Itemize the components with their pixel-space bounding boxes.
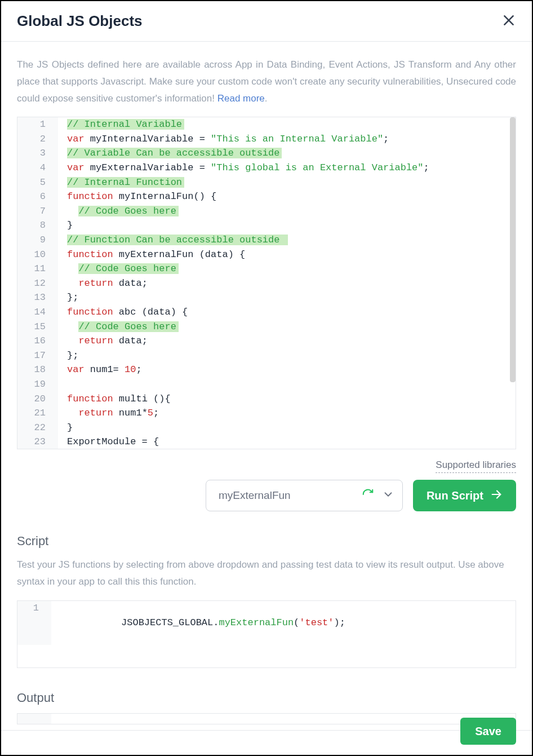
description-period: . xyxy=(265,93,268,104)
code-token: "This global is an External Variable" xyxy=(211,162,423,173)
gutter: 18 xyxy=(17,362,58,377)
code-token: myInternalVariable = xyxy=(85,134,211,144)
run-script-button[interactable]: Run Script xyxy=(413,480,516,511)
arrow-right-icon xyxy=(490,488,503,503)
code-token: ; xyxy=(153,408,159,418)
code-token: }; xyxy=(67,350,78,361)
gutter: 2 xyxy=(17,132,58,147)
code-token: return xyxy=(78,335,113,346)
gutter: 9 xyxy=(17,233,58,247)
code-token: ); xyxy=(334,617,345,628)
output-section-title: Output xyxy=(17,691,516,705)
code-editor[interactable]: 1// Internal Variable 2var myInternalVar… xyxy=(17,117,516,449)
code-token: 'test' xyxy=(299,617,334,628)
code-token: (data) { xyxy=(199,249,246,260)
function-select-value: myExternalFun xyxy=(219,489,291,502)
code-token: "This is an Internal Variable" xyxy=(211,134,383,144)
code-token: 5 xyxy=(148,408,153,418)
refresh-icon[interactable] xyxy=(362,488,374,503)
code-token: myExternalVariable = xyxy=(85,162,211,173)
code-token: myInternalFun xyxy=(113,191,194,202)
gutter: 8 xyxy=(17,218,58,233)
chevron-down-icon[interactable] xyxy=(382,488,394,503)
code-token: multi xyxy=(113,394,153,404)
footer-divider xyxy=(1,730,532,731)
code-token: num1= xyxy=(85,364,125,375)
code-token: ; xyxy=(383,134,389,144)
close-icon[interactable] xyxy=(501,13,516,30)
gutter: 1 xyxy=(17,117,58,132)
gutter: 4 xyxy=(17,161,58,175)
modal-title: Global JS Objects xyxy=(17,12,143,30)
gutter: 15 xyxy=(17,320,58,334)
code-scrollbar[interactable] xyxy=(510,117,516,382)
code-token: data; xyxy=(113,335,148,346)
code-token: var xyxy=(67,162,85,173)
output-panel xyxy=(17,713,516,724)
gutter: 21 xyxy=(17,406,58,421)
code-token: myExternalFun xyxy=(113,249,199,260)
code-token: () { xyxy=(193,191,216,202)
code-token: function xyxy=(67,249,113,260)
code-token: (){ xyxy=(153,394,171,404)
script-section-description: Test your JS functions by selecting from… xyxy=(17,556,516,590)
code-token: // Code Goes here xyxy=(78,263,178,274)
gutter: 16 xyxy=(17,334,58,348)
gutter: 22 xyxy=(17,421,58,435)
code-token: abc xyxy=(113,307,142,317)
code-token: ; xyxy=(424,162,429,173)
gutter: 20 xyxy=(17,392,58,406)
script-editor[interactable]: 1 JSOBJECTS_GLOBAL.myExternalFun('test')… xyxy=(17,600,516,668)
save-button[interactable]: Save xyxy=(460,718,516,745)
script-section-title: Script xyxy=(17,534,516,549)
gutter xyxy=(17,714,51,724)
code-token: num1* xyxy=(113,408,148,418)
code-token: . xyxy=(213,617,219,628)
gutter: 23 xyxy=(17,435,58,449)
code-token: data; xyxy=(113,278,148,289)
code-token: ExportModule = { xyxy=(67,436,159,447)
gutter: 1 xyxy=(17,601,51,645)
code-token: return xyxy=(78,278,113,289)
gutter: 7 xyxy=(17,204,58,219)
code-token: } xyxy=(67,220,73,231)
gutter: 13 xyxy=(17,290,58,305)
code-token: (data) { xyxy=(142,307,188,317)
code-token: // Internal Variable xyxy=(67,119,184,130)
code-token: myExternalFun xyxy=(219,617,294,628)
read-more-link[interactable]: Read more xyxy=(217,93,265,104)
code-token: // Code Goes here xyxy=(78,321,178,332)
gutter: 10 xyxy=(17,247,58,262)
supported-libraries-link[interactable]: Supported libraries xyxy=(436,459,516,473)
gutter: 14 xyxy=(17,305,58,320)
gutter: 6 xyxy=(17,189,58,204)
function-select[interactable]: myExternalFun xyxy=(206,480,403,511)
gutter: 3 xyxy=(17,146,58,161)
code-token: // Code Goes here xyxy=(78,206,178,216)
code-token: JSOBJECTS_GLOBAL xyxy=(121,617,213,628)
gutter: 17 xyxy=(17,348,58,363)
code-token: }; xyxy=(67,292,78,303)
code-token: 10 xyxy=(125,364,136,375)
code-token: // Function Can be accessible outside xyxy=(67,235,288,245)
code-token: ( xyxy=(294,617,299,628)
code-token: function xyxy=(67,307,113,317)
gutter: 12 xyxy=(17,276,58,291)
gutter: 5 xyxy=(17,175,58,190)
code-token: var xyxy=(67,364,85,375)
code-token: // Variable Can be accessible outside xyxy=(67,148,282,158)
code-token: function xyxy=(67,394,113,404)
code-token: ; xyxy=(136,364,141,375)
code-token: var xyxy=(67,134,85,144)
gutter: 19 xyxy=(17,377,58,392)
code-token: // Internal Function xyxy=(67,177,184,188)
run-script-label: Run Script xyxy=(427,489,483,502)
gutter: 11 xyxy=(17,262,58,276)
code-token: return xyxy=(78,408,113,418)
code-token: } xyxy=(67,422,73,433)
code-token: function xyxy=(67,191,113,202)
description-text: The JS Objects defined here are availabl… xyxy=(17,56,516,107)
